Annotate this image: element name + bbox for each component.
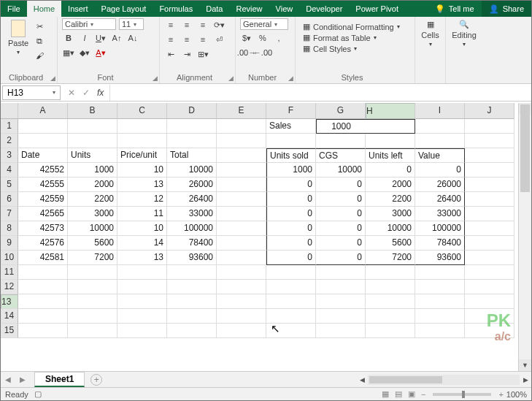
col-header-G[interactable]: G [316,103,366,119]
cell-F14[interactable] [266,309,316,324]
percent-button[interactable]: % [256,31,269,45]
format-as-table-button[interactable]: ▦Format as Table▾ [301,32,378,43]
editing-button[interactable]: 🔍 Editing ▾ [450,18,478,49]
cell-H6[interactable]: 2200 [366,192,415,207]
cell-B6[interactable]: 2200 [68,192,117,207]
share-button[interactable]: 👤 Share [482,1,531,17]
italic-button[interactable]: I [78,31,91,45]
tab-powerpivot[interactable]: Power Pivot [349,1,405,17]
cell-E6[interactable] [217,192,266,207]
zoom-out-button[interactable]: − [418,390,428,399]
cell-F10[interactable]: 0 [266,251,316,265]
align-right-button[interactable]: ≡ [196,33,209,46]
cell-J7[interactable] [465,207,514,221]
cell-G14[interactable] [316,309,366,324]
number-launcher[interactable]: ◢ [288,75,293,82]
cell-A7[interactable]: 42565 [18,207,68,221]
cell-D11[interactable] [167,265,217,280]
cell-D7[interactable]: 33000 [167,207,217,221]
orientation-button[interactable]: ⟳▾ [212,18,225,31]
tell-me[interactable]: 💡 Tell me [428,1,482,17]
cell-C3[interactable]: Price/unit [117,148,167,163]
cell-H12[interactable] [366,280,415,294]
zoom-in-button[interactable]: + [496,390,506,399]
cell-C4[interactable]: 10 [117,163,167,177]
cell-G8[interactable]: 0 [316,221,366,236]
font-color-button[interactable]: A▾ [94,46,107,59]
sheet-nav-next[interactable]: ▶ [15,375,30,383]
cut-button[interactable]: ✂ [33,20,46,33]
add-sheet-button[interactable]: + [90,374,102,386]
row-header-9[interactable]: 9 [1,236,18,251]
align-bottom-button[interactable]: ≡ [196,18,209,31]
cell-C5[interactable]: 13 [117,177,167,192]
cell-E5[interactable] [217,177,266,192]
cell-B3[interactable]: Units [68,148,117,163]
cell-B14[interactable] [68,309,117,324]
cell-F9[interactable]: 0 [266,236,316,251]
font-size-select[interactable]: 11▾ [119,18,144,30]
cell-G15[interactable] [316,324,366,338]
zoom-level[interactable]: 100% [506,390,527,399]
tab-home[interactable]: Home [27,1,61,17]
cell-F15[interactable] [266,324,316,338]
cell-H5[interactable]: 2000 [366,177,415,192]
cell-J2[interactable] [465,134,514,148]
scroll-down-button[interactable]: ▼ [519,359,531,371]
font-name-select[interactable]: Calibri▾ [62,18,116,30]
cell-J1[interactable] [465,119,514,134]
cell-A2[interactable] [18,134,68,148]
view-pagelayout-button[interactable]: ▤ [392,389,405,399]
cell-J10[interactable] [465,251,514,265]
cell-D3[interactable]: Total [167,148,217,163]
cell-H11[interactable] [366,265,415,280]
copy-button[interactable]: ⧉ [33,34,46,47]
wrap-text-button[interactable]: ⏎ [212,33,225,46]
cell-E8[interactable] [217,221,266,236]
increase-decimal-button[interactable]: .00→ [240,46,253,59]
cell-C2[interactable] [117,134,167,148]
cell-A1[interactable] [18,119,68,134]
number-format-select[interactable]: General▾ [240,18,288,30]
cell-H7[interactable]: 3000 [366,207,415,221]
cell-E14[interactable] [217,309,266,324]
cell-C6[interactable]: 12 [117,192,167,207]
cell-F2[interactable] [266,134,316,148]
cell-B12[interactable] [68,280,117,294]
align-top-button[interactable]: ≡ [164,18,177,31]
increase-font-button[interactable]: A↑ [110,31,123,45]
view-normal-button[interactable]: ▦ [379,389,392,399]
cell-C10[interactable]: 13 [117,251,167,265]
cell-G6[interactable]: 0 [316,192,366,207]
cell-E3[interactable] [217,148,266,163]
cell-J4[interactable] [465,163,514,177]
cell-H10[interactable]: 7200 [366,251,415,265]
cell-B8[interactable]: 10000 [68,221,117,236]
select-all-corner[interactable] [1,103,18,119]
cell-D9[interactable]: 78400 [167,236,217,251]
cell-I9[interactable]: 78400 [415,236,465,251]
cell-I14[interactable] [415,309,465,324]
increase-indent-button[interactable]: ⇥ [180,47,193,61]
cell-E12[interactable] [217,280,266,294]
cell-B7[interactable]: 3000 [68,207,117,221]
cell-A9[interactable]: 42576 [18,236,68,251]
comma-button[interactable]: , [272,31,285,45]
fill-color-button[interactable]: ◆▾ [78,46,91,59]
row-header-11[interactable]: 11 [1,265,18,280]
cell-F12[interactable] [266,280,316,294]
cell-E7[interactable] [217,207,266,221]
cancel-formula-button[interactable]: ✕ [68,88,75,98]
cell-G7[interactable]: 0 [316,207,366,221]
cell-D15[interactable] [167,324,217,338]
cells-button[interactable]: ▦ Cells ▾ [420,18,441,49]
cell-G1[interactable]: 1000 [316,119,366,134]
cell-G9[interactable]: 0 [316,236,366,251]
cell-H14[interactable] [366,309,415,324]
macro-record-icon[interactable]: ▢ [34,389,42,399]
tab-data[interactable]: Data [199,1,229,17]
cell-B5[interactable]: 2000 [68,177,117,192]
cell-I10[interactable]: 93600 [415,251,465,265]
cell-A5[interactable]: 42555 [18,177,68,192]
cell-I7[interactable]: 33000 [415,207,465,221]
